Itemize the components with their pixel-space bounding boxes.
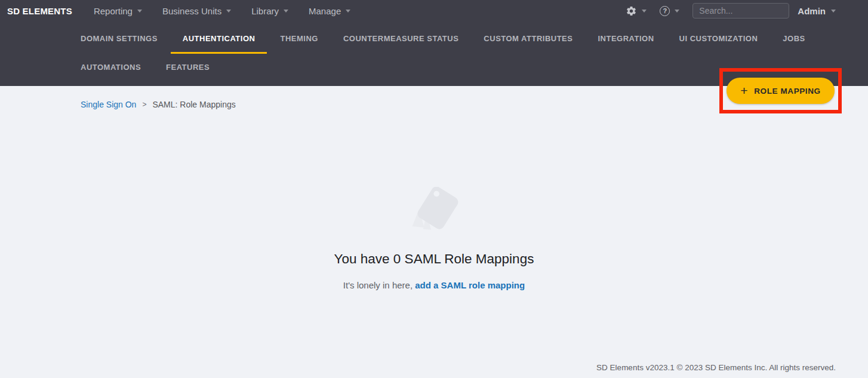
tab-theming[interactable]: THEMING	[268, 25, 330, 54]
search-input[interactable]	[692, 3, 789, 19]
tab-countermeasure-status[interactable]: COUNTERMEASURE STATUS	[331, 25, 470, 54]
tab-features[interactable]: FEATURES	[154, 54, 221, 82]
chevron-down-icon	[675, 10, 679, 13]
chevron-down-icon	[137, 10, 142, 13]
chevron-down-icon	[642, 10, 647, 13]
annotation-highlight-box: + ROLE MAPPING	[719, 68, 842, 113]
tab-integration[interactable]: INTEGRATION	[586, 25, 666, 54]
tab-jobs[interactable]: JOBS	[771, 25, 817, 54]
breadcrumb-link-single-sign-on[interactable]: Single Sign On	[81, 100, 136, 109]
tab-authentication[interactable]: AUTHENTICATION	[171, 25, 267, 54]
gear-icon	[626, 5, 637, 17]
settings-tabs-row-1: DOMAIN SETTINGS AUTHENTICATION THEMING C…	[0, 25, 868, 54]
menu-business-units[interactable]: Business Units	[162, 6, 231, 16]
help-icon: ?	[660, 6, 670, 16]
menu-manage-label: Manage	[309, 6, 341, 16]
add-saml-role-mapping-link[interactable]: add a SAML role mapping	[415, 280, 525, 290]
empty-state-subtitle: It's lonely in here, add a SAML role map…	[343, 279, 525, 291]
footer-copyright: SD Elements v2023.1 © 2023 SD Elements I…	[596, 363, 836, 372]
help-menu[interactable]: ?	[660, 6, 679, 16]
empty-state-title: You have 0 SAML Role Mappings	[334, 250, 534, 268]
tab-automations[interactable]: AUTOMATIONS	[69, 54, 153, 82]
plus-icon: +	[740, 84, 748, 97]
chevron-down-icon	[284, 10, 288, 13]
add-role-mapping-label: ROLE MAPPING	[754, 87, 820, 96]
user-menu[interactable]: Admin	[798, 6, 836, 16]
menu-library-label: Library	[251, 6, 279, 16]
chevron-down-icon	[831, 10, 836, 13]
empty-state: You have 0 SAML Role Mappings It's lonel…	[0, 187, 868, 291]
menu-reporting-label: Reporting	[94, 6, 133, 16]
menu-business-units-label: Business Units	[162, 6, 221, 16]
top-nav-right: ? Admin	[626, 3, 836, 19]
tab-ui-customization[interactable]: UI CUSTOMIZATION	[667, 25, 770, 54]
help-glyph: ?	[663, 7, 667, 14]
user-menu-label: Admin	[798, 6, 826, 16]
main-menu: Reporting Business Units Library Manage	[94, 6, 350, 16]
main-content: Single Sign On > SAML: Role Mappings You…	[0, 86, 868, 378]
tab-domain-settings[interactable]: DOMAIN SETTINGS	[69, 25, 170, 54]
top-nav: SD ELEMENTS Reporting Business Units Lib…	[0, 0, 868, 21]
tab-custom-attributes[interactable]: CUSTOM ATTRIBUTES	[472, 25, 584, 54]
brand-logo: SD ELEMENTS	[7, 6, 72, 16]
menu-reporting[interactable]: Reporting	[94, 6, 142, 16]
breadcrumb-separator: >	[142, 100, 146, 109]
empty-mappings-icon	[405, 187, 463, 237]
menu-manage[interactable]: Manage	[309, 6, 350, 16]
chevron-down-icon	[226, 10, 231, 13]
empty-state-subtitle-text: It's lonely in here,	[343, 280, 413, 290]
breadcrumb-current-page: SAML: Role Mappings	[152, 100, 235, 109]
chevron-down-icon	[346, 10, 350, 13]
menu-library[interactable]: Library	[251, 6, 288, 16]
add-role-mapping-button[interactable]: + ROLE MAPPING	[727, 78, 835, 104]
settings-menu[interactable]	[626, 5, 647, 17]
